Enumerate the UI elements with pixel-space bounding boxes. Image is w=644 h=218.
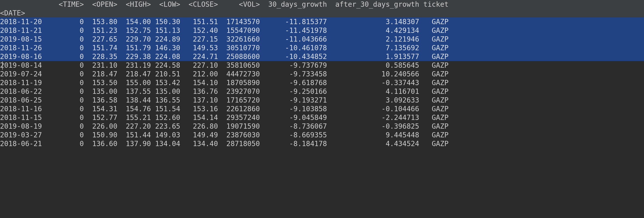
table-row[interactable]: 2018-11-19 0 153.50 155.00 153.42 154.10… <box>0 78 644 87</box>
table-row[interactable]: 2018-06-22 0 135.00 137.55 135.00 136.76… <box>0 87 644 96</box>
table-row[interactable]: 2018-11-16 0 154.31 154.76 151.54 153.16… <box>0 105 644 113</box>
table-row[interactable]: 2018-11-26 0 151.74 151.79 146.30 149.53… <box>0 44 644 52</box>
table-row[interactable]: 2019-08-19 0 226.00 227.20 223.65 226.80… <box>0 122 644 131</box>
table-row[interactable]: 2018-06-21 0 136.60 137.90 134.04 134.40… <box>0 139 644 148</box>
header-columns-line: <TIME> <OPEN> <HIGH> <LOW> <CLOSE> <VOL>… <box>0 0 644 9</box>
table-row[interactable]: 2018-11-20 0 153.80 154.00 150.30 151.51… <box>0 18 644 26</box>
table-row[interactable]: 2018-11-21 0 151.23 152.75 151.13 152.40… <box>0 26 644 35</box>
table-row[interactable]: 2019-08-16 0 228.35 229.38 224.08 224.71… <box>0 52 644 61</box>
table-row[interactable]: 2018-11-15 0 152.77 155.21 152.60 154.14… <box>0 113 644 122</box>
text-cursor <box>2 62 3 70</box>
table-row[interactable]: 2019-03-27 0 150.90 151.44 149.03 149.49… <box>0 131 644 139</box>
table-row[interactable]: 2019-07-24 0 218.47 218.47 210.51 212.00… <box>0 70 644 78</box>
table-row[interactable]: 2019-08-14 0 231.10 231.19 224.58 227.10… <box>0 61 644 70</box>
table-row[interactable]: 2019-08-15 0 227.65 229.70 224.89 227.15… <box>0 35 644 44</box>
header-index-line: <DATE> <box>0 9 644 18</box>
table-row[interactable]: 2018-06-25 0 136.58 138.44 136.55 137.10… <box>0 96 644 105</box>
